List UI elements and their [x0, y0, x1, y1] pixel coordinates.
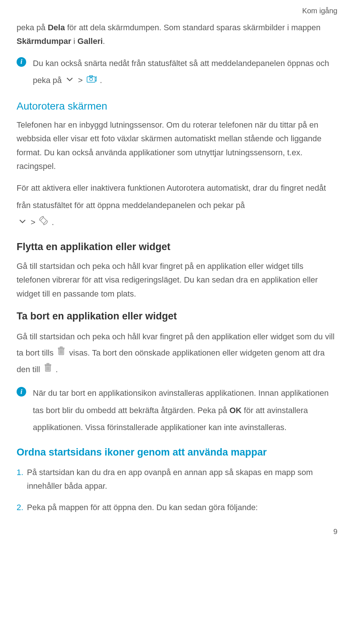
separator: > — [78, 76, 85, 85]
ok-label: OK — [229, 406, 242, 415]
svg-rect-3 — [41, 217, 47, 224]
text: peka på — [17, 23, 48, 32]
autorotate-heading: Autorotera skärmen — [17, 97, 337, 115]
text: i — [71, 37, 77, 46]
remove-p1: Gå till startsidan och peka och håll kva… — [17, 329, 337, 378]
text: . — [56, 365, 58, 374]
info-text: När du tar bort en applikationsikon avin… — [33, 385, 337, 436]
text: För att aktivera eller inaktivera funkti… — [17, 183, 326, 210]
list-number: 2. — [17, 501, 27, 514]
list-number: 1. — [17, 465, 27, 479]
info-icon: i — [17, 387, 26, 397]
chevron-down-icon — [65, 72, 74, 89]
text: Du kan också snärta nedåt från statusfäl… — [33, 59, 329, 85]
gallery-label: Galleri — [77, 37, 103, 46]
remove-heading: Ta bort en applikation eller widget — [17, 308, 337, 325]
text: . — [100, 76, 102, 85]
rotate-icon — [39, 214, 48, 231]
list-text: På startsidan kan du dra en app ovanpå e… — [27, 465, 337, 493]
svg-rect-6 — [60, 347, 62, 348]
list-item: 1. På startsidan kan du dra en app ovanp… — [17, 465, 337, 493]
move-heading: Flytta en applikation eller widget — [17, 239, 337, 256]
intro-paragraph: peka på Dela för att dela skärmdumpen. S… — [17, 21, 337, 48]
info-icon: i — [17, 57, 26, 67]
list-text: Peka på mappen för att öppna den. Du kan… — [27, 501, 337, 514]
organize-heading: Ordna startsidans ikoner genom att använ… — [17, 444, 337, 461]
autorotate-p2: För att aktivera eller inaktivera funkti… — [17, 180, 337, 231]
svg-point-1 — [90, 78, 93, 81]
info-text: Du kan också snärta nedåt från statusfäl… — [33, 55, 337, 89]
list-item: 2. Peka på mappen för att öppna den. Du … — [17, 501, 337, 514]
ordered-list: 1. På startsidan kan du dra en app ovanp… — [17, 465, 337, 514]
text: för att dela skärmdumpen. Som standard s… — [65, 23, 320, 32]
trash-icon — [44, 362, 52, 378]
page-number: 9 — [17, 525, 337, 538]
trash-icon — [57, 345, 66, 361]
breadcrumb: Kom igång — [17, 0, 337, 21]
text: . — [103, 37, 105, 46]
svg-rect-2 — [90, 76, 93, 77]
autorotate-p1: Telefonen har en inbyggd lutningssensor.… — [17, 118, 337, 173]
chevron-down-icon — [18, 214, 27, 231]
move-p1: Gå till startsidan och peka och håll kva… — [17, 259, 337, 301]
svg-rect-9 — [47, 363, 49, 364]
camera-icon — [86, 72, 97, 89]
share-label: Dela — [48, 23, 65, 32]
info-callout: i Du kan också snärta nedåt från statusf… — [17, 55, 337, 89]
separator: > — [31, 218, 38, 227]
screenshots-label: Skärmdumpar — [17, 37, 71, 46]
info-callout: i När du tar bort en applikationsikon av… — [17, 385, 337, 436]
text: . — [52, 218, 54, 227]
